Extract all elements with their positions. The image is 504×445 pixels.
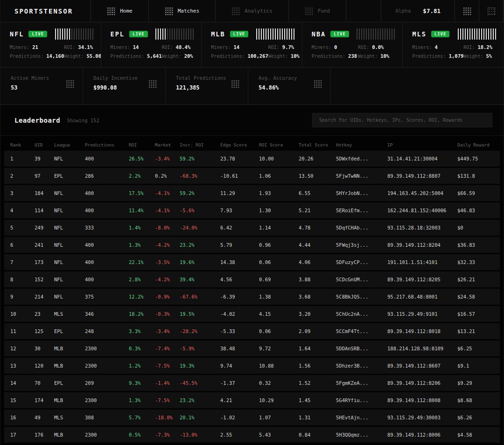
cell-predictions: 400	[85, 156, 129, 161]
table-row[interactable]: 11125EPL2483.3%-3.4%-28.2%-5.330.062.095…	[4, 323, 500, 339]
cell-roi-score: 1.30	[259, 208, 299, 213]
cell-roi-score: 1.07	[259, 415, 299, 420]
cell-hotkey: 5Dhzer3B...	[336, 363, 387, 369]
miners-value: 21	[32, 44, 38, 50]
cell-roi: 2.8%	[129, 277, 155, 282]
cell-hotkey: 5H3QQqmz...	[336, 432, 387, 438]
league-card-epl: EPL LIVE Miners: 14 ROI: 48.4% Predictio…	[101, 22, 202, 67]
cell-roi-score: 1.38	[259, 294, 299, 299]
cell-roi-score: 1.14	[259, 225, 299, 230]
cell-ip: 194.163.45.202:5004	[387, 190, 457, 196]
weight-label: Weight:	[268, 54, 288, 59]
column-header-ip: IP	[387, 142, 457, 147]
nav-item-matches[interactable]: Matches	[149, 0, 216, 22]
cell-incr-roi: 20.1%	[180, 415, 220, 420]
cell-edge-score: 14.38	[220, 259, 259, 265]
cell-predictions: 346	[85, 311, 129, 317]
nav-spacer	[346, 0, 381, 22]
table-row[interactable]: 4114NFL40011.4%-4.1%-5.6%7.931.305.215ER…	[4, 202, 500, 218]
table-row[interactable]: 6241NFL4001.3%-4.2%23.2%5.790.964.445FWq…	[4, 237, 500, 253]
cell-total-score: 3.20	[299, 311, 336, 317]
table-row[interactable]: 1023MLS34618.2%-0.3%19.5%-4.024.153.205C…	[4, 306, 500, 322]
miners-label: Miners:	[312, 45, 331, 50]
cell-uid: 39	[35, 156, 54, 161]
dots-chart-icon	[314, 80, 322, 88]
cell-ip: 191.101.1.51:4101	[387, 259, 457, 265]
column-header-hotkey: Hotkey	[336, 142, 387, 147]
nav-item-fund[interactable]: Fund	[289, 0, 347, 22]
weight-label: Weight:	[358, 54, 378, 59]
cell-incr-roi: -5.9%	[180, 346, 220, 351]
league-name: MLS	[412, 30, 426, 38]
table-row[interactable]: 297EPL2862.2%0.2%-68.3%-10.611.0613.505F…	[4, 168, 500, 184]
weight-label: Weight:	[463, 54, 483, 59]
stat-value: 53	[11, 84, 49, 91]
cell-total-score: 1.52	[299, 380, 336, 386]
nav-item-home[interactable]: Home	[91, 0, 149, 22]
roi-label: ROI:	[268, 45, 280, 50]
table-row[interactable]: 15174MLB23001.3%-7.5%23.2%4.2110.291.455…	[4, 392, 500, 408]
cell-league: MLB	[54, 432, 85, 438]
cell-daily-reward: $32.33	[457, 259, 500, 265]
cell-total-score: 3.68	[299, 294, 336, 299]
nav-items: Home Matches Analytics Fund	[91, 0, 346, 22]
cell-rank: 17	[10, 432, 35, 438]
cell-daily-reward: $66.59	[457, 190, 500, 196]
cell-ip: 89.39.149.112:8807	[387, 173, 457, 179]
weight-value: 5%	[486, 53, 492, 59]
cell-daily-reward: $13.21	[457, 328, 500, 334]
cell-hotkey: 5FgmKZeA...	[336, 380, 387, 386]
leaderboard-title: Leaderboard	[14, 117, 60, 124]
cell-market: 0.2%	[155, 173, 180, 179]
cell-market: -3.4%	[155, 328, 180, 334]
weight-gauge	[155, 28, 194, 40]
table-row[interactable]: 17176MLB23000.5%-7.3%-13.0%2.555.430.845…	[4, 427, 500, 443]
cell-rank: 14	[10, 380, 35, 386]
cell-edge-score: 2.55	[220, 432, 259, 438]
cell-total-score: 4.06	[299, 259, 336, 265]
column-header-incr-roi: Incr. ROI	[180, 142, 220, 147]
cell-roi: 9.3%	[129, 380, 155, 386]
grid-menu-button[interactable]	[455, 0, 479, 22]
table-row[interactable]: 8152NFL4002.8%-4.2%39.4%4.560.693.885CDc…	[4, 271, 500, 287]
table-row[interactable]: 139NFL40026.5%-3.4%59.2%23.7810.0020.265…	[4, 151, 500, 167]
cell-uid: 70	[35, 380, 54, 386]
cell-ip: 89.39.149.112:8205	[387, 277, 457, 282]
cell-edge-score: -4.02	[220, 311, 259, 317]
table-row[interactable]: 7173NFL40022.1%-3.5%19.6%14.380.064.065D…	[4, 254, 500, 270]
cell-league: NFL	[54, 294, 85, 299]
cell-predictions: 400	[85, 190, 129, 196]
cell-daily-reward: $24.58	[457, 294, 500, 299]
table-row[interactable]: 9214NFL37512.2%-0.9%-67.6%-6.391.383.685…	[4, 289, 500, 305]
leaderboard-showing-count: Showing 152	[67, 118, 99, 123]
cell-edge-score: 4.56	[220, 277, 259, 282]
cell-league: MLS	[54, 415, 85, 420]
dashed-frame-button[interactable]	[479, 0, 504, 22]
column-header-daily-reward: Daily Reward	[457, 142, 500, 147]
live-badge: LIVE	[431, 31, 450, 37]
cell-roi: 5.7%	[129, 415, 155, 420]
nav-item-analytics[interactable]: Analytics	[216, 0, 289, 22]
table-row[interactable]: 13120MLB23001.2%-7.5%19.3%9.7410.881.565…	[4, 358, 500, 374]
cell-total-score: 5.21	[299, 208, 336, 213]
table-row[interactable]: 1230MLB23000.3%-7.4%-5.9%38.489.721.645D…	[4, 341, 500, 356]
cell-hotkey: 5CCmF4Tt...	[336, 328, 387, 334]
cell-roi-score: 0.06	[259, 328, 299, 334]
search-input[interactable]	[312, 113, 492, 127]
cell-incr-roi: 23.2%	[180, 242, 220, 248]
cell-predictions: 308	[85, 415, 129, 420]
table-row[interactable]: 3184NFL40017.5%-4.1%59.2%11.291.936.555H…	[4, 185, 500, 201]
cell-daily-reward: $9.29	[457, 380, 500, 386]
table-row[interactable]: 5249NFL3331.4%-8.0%-24.0%6.421.144.785Dq…	[4, 220, 500, 236]
cell-rank: 6	[10, 242, 35, 248]
table-row[interactable]: 1649MLS3085.7%-18.0%20.1%-1.021.071.315H…	[4, 410, 500, 425]
stat-daily-incentive: Daily Incentive $990.08	[83, 68, 166, 104]
cell-daily-reward: $16.57	[457, 311, 500, 317]
cell-league: MLB	[54, 363, 85, 369]
cell-market: -18.0%	[155, 415, 180, 420]
table-row[interactable]: 1470EPL2099.3%-1.4%-45.5%-1.370.321.525F…	[4, 375, 500, 391]
column-header-roi-score: ROI Score	[259, 142, 299, 147]
app-root: SPORTSTENSOR Home Matches Analytics Fund…	[0, 0, 504, 445]
cell-total-score: 6.55	[299, 190, 336, 196]
cell-uid: 249	[35, 225, 54, 230]
